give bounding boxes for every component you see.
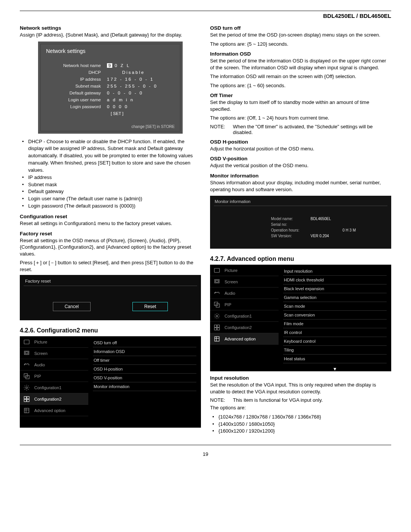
net-gateway-label: Default gateway — [46, 91, 107, 95]
svg-rect-21 — [214, 328, 217, 330]
note-label2: NOTE: — [210, 397, 229, 403]
osd-menu-label: Audio — [225, 291, 235, 296]
osd-menu-item[interactable]: Configuration1 — [20, 382, 88, 393]
osd-menu-item[interactable]: Configuration2 — [210, 322, 279, 333]
gear-icon — [213, 312, 221, 320]
factory-reset-cancel[interactable]: Cancel — [53, 302, 91, 311]
osd-submenu-item[interactable]: Gamma selection — [283, 293, 387, 302]
text-factory-reset1: Reset all settings in the OSD menus of {… — [20, 237, 201, 257]
osd-menu-label: Configuration1 — [34, 385, 62, 390]
osd-menu-item[interactable]: Advanced option — [210, 333, 279, 345]
bullet-subnet: Subnet mask — [28, 181, 201, 189]
text-input-res-opts-intro: The options are: — [210, 404, 391, 411]
osd-menu-item[interactable]: Picture — [20, 336, 88, 348]
heading-section-conf2: 4.2.6. Configuration2 menu — [20, 327, 201, 334]
audio-icon — [23, 361, 30, 369]
osd-adv: PictureScreenAudioPIPConfiguration1Confi… — [210, 265, 391, 371]
svg-rect-11 — [24, 408, 29, 413]
osd-submenu-item[interactable]: Off timer — [93, 356, 196, 365]
screen-icon — [213, 278, 221, 286]
svg-point-6 — [26, 387, 28, 389]
text-osd-h: Adjust the horizontal position of the OS… — [210, 145, 391, 152]
svg-point-18 — [216, 315, 218, 317]
text-osd-turn-off-opts: The options are: {5 ~ 120} seconds. — [210, 41, 391, 48]
input-res-opt: {1600x1200 / 1920x1200} — [218, 428, 391, 435]
osd-submenu-item[interactable]: OSD turn off — [93, 339, 196, 347]
panel-monitor-title: Monitor information — [214, 198, 387, 206]
input-res-opt: {1024x768 / 1280x768 / 1360x768 / 1366x7… — [218, 414, 391, 421]
text-off-timer: Set the display to turn itself off to st… — [210, 99, 391, 112]
osd-submenu-item[interactable]: Film mode — [283, 320, 387, 328]
text-osd-turn-off: Set the period of time the OSD (on-scree… — [210, 32, 391, 38]
osd-menu-item[interactable]: PIP — [20, 371, 88, 382]
osd-submenu-item[interactable]: Scan conversion — [283, 311, 387, 320]
osd-menu-label: Screen — [225, 280, 238, 284]
osd-menu-label: Configuration2 — [225, 325, 252, 330]
mon-sw-k: SW Version: — [271, 233, 305, 239]
heading-factory-reset: Factory reset — [20, 231, 201, 236]
osd-submenu-item[interactable]: Tiling — [283, 346, 387, 355]
bullet-ip: IP address — [28, 174, 201, 181]
top-rule — [20, 11, 391, 11]
pip-icon — [23, 372, 30, 380]
osd-submenu-item[interactable]: HDMI clock threshold — [283, 276, 387, 284]
mon-serial-k: Serial no: — [271, 222, 305, 227]
osd-menu-item[interactable]: Screen — [20, 348, 88, 359]
svg-rect-2 — [25, 352, 28, 354]
network-bullets: DHCP - Choose to enable or disable the D… — [20, 138, 201, 210]
net-hostname-label: Network host name — [46, 63, 107, 68]
osd-menu-label: PIP — [225, 302, 231, 307]
osd-menu-item[interactable]: Audio — [20, 359, 88, 371]
panel-network-settings: Network settings Network host name 9 0 Z… — [38, 42, 183, 134]
net-user-label: Login user name — [46, 97, 107, 102]
text-info-osd: Set the period of time the information O… — [210, 58, 391, 71]
osd-menu-item[interactable]: Advanced option — [20, 405, 88, 416]
bullet-user: Login user name (The default user name i… — [28, 195, 201, 203]
svg-rect-22 — [217, 328, 220, 330]
grid-icon — [23, 395, 30, 403]
osd-submenu-item[interactable]: OSD V-position — [93, 374, 196, 382]
text-factory-reset2: Press [＋] or [－] button to select [Reset… — [20, 259, 201, 273]
grid-icon — [23, 407, 30, 414]
osd-menu-item[interactable]: Audio — [210, 288, 279, 299]
osd-menu-item[interactable]: Screen — [210, 276, 279, 288]
panel-factory-reset-title: Factory reset — [24, 277, 197, 286]
osd-menu-item[interactable]: PIP — [210, 299, 279, 310]
osd-menu-item[interactable]: Configuration2 — [20, 393, 88, 405]
osd-submenu-item[interactable]: Keyboard control — [283, 337, 387, 346]
note-label: NOTE: — [210, 124, 229, 135]
osd-menu-item[interactable]: Picture — [210, 265, 279, 276]
net-footer: change [SET] in STORE — [46, 124, 175, 129]
net-dhcp-label: DHCP — [46, 70, 107, 75]
osd-submenu-item[interactable]: Monitor information — [93, 382, 196, 391]
osd-menu-item[interactable]: Configuration1 — [210, 310, 279, 322]
screen-icon — [23, 350, 30, 357]
osd-submenu-item[interactable]: IR control — [283, 328, 387, 337]
osd-submenu-item[interactable]: Scan mode — [283, 302, 387, 311]
bullet-dhcp: DHCP - Choose to enable or disable the D… — [28, 138, 201, 174]
osd-submenu-item[interactable]: Black level expansion — [283, 284, 387, 293]
audio-icon — [213, 289, 221, 297]
osd-submenu-item[interactable]: OSD H-position — [93, 365, 196, 374]
text-osd-v: Adjust the vertical position of the OSD … — [210, 162, 391, 169]
svg-point-15 — [215, 292, 216, 293]
osd-submenu-item[interactable]: Heat status — [283, 355, 387, 363]
mon-model-v: BDL4650EL — [311, 216, 331, 222]
svg-rect-23 — [215, 337, 219, 341]
bullet-pass: Login password (The default password is … — [28, 203, 201, 210]
osd-submenu-item[interactable]: Input resolution — [283, 267, 387, 276]
mon-sw-v: VER 0.204 — [311, 233, 329, 239]
osd-submenu-item[interactable]: Information OSD — [93, 347, 196, 356]
mon-hours-v: 0 H 3 M — [342, 227, 356, 233]
net-dhcp-value: Disable — [107, 70, 175, 75]
heading-section-adv: 4.2.7. Advanced option menu — [210, 256, 391, 262]
svg-rect-9 — [24, 399, 26, 402]
input-res-opt: {1400x1050 / 1680x1050} — [218, 421, 391, 428]
osd-menu-label: Audio — [34, 363, 45, 367]
net-gateway-value: 0 - 0 - 0 - 0 — [107, 91, 175, 95]
left-column: Network settings Assign {IP address}, {S… — [20, 21, 201, 438]
net-ip-value: 172 - 16 - 0 - 1 — [107, 77, 175, 81]
net-subnet-label: Subnet mask — [46, 84, 107, 88]
text-monitor-info: Shows information about your display, in… — [210, 179, 391, 193]
factory-reset-reset[interactable]: Reset — [132, 302, 168, 311]
